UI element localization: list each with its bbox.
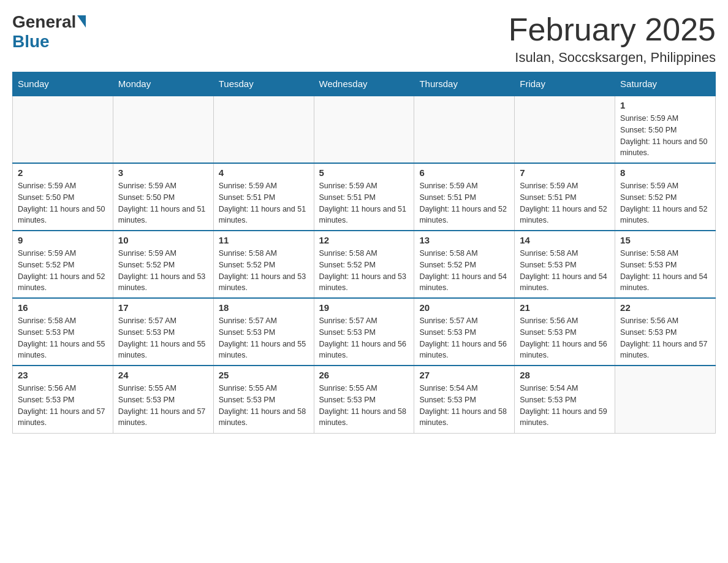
- calendar-header-monday: Monday: [113, 72, 213, 96]
- day-info: Sunrise: 5:58 AMSunset: 5:52 PMDaylight:…: [219, 248, 309, 294]
- calendar-cell: 22Sunrise: 5:56 AMSunset: 5:53 PMDayligh…: [615, 298, 716, 366]
- calendar-cell: 21Sunrise: 5:56 AMSunset: 5:53 PMDayligh…: [515, 298, 615, 366]
- day-info: Sunrise: 5:54 AMSunset: 5:53 PMDaylight:…: [419, 383, 509, 429]
- day-number: 13: [419, 235, 509, 245]
- calendar-cell: [515, 96, 615, 163]
- week-row-2: 2Sunrise: 5:59 AMSunset: 5:50 PMDaylight…: [13, 163, 716, 231]
- calendar-cell: 17Sunrise: 5:57 AMSunset: 5:53 PMDayligh…: [113, 298, 213, 366]
- calendar-cell: 3Sunrise: 5:59 AMSunset: 5:50 PMDaylight…: [113, 163, 213, 231]
- location-title: Isulan, Soccsksargen, Philippines: [509, 50, 716, 66]
- day-number: 15: [620, 235, 710, 245]
- day-info: Sunrise: 5:56 AMSunset: 5:53 PMDaylight:…: [520, 315, 610, 361]
- calendar-cell: 9Sunrise: 5:59 AMSunset: 5:52 PMDaylight…: [13, 231, 113, 298]
- day-number: 24: [118, 370, 208, 380]
- day-number: 23: [18, 370, 108, 380]
- calendar-cell: 14Sunrise: 5:58 AMSunset: 5:53 PMDayligh…: [515, 231, 615, 298]
- calendar-cell: 12Sunrise: 5:58 AMSunset: 5:52 PMDayligh…: [314, 231, 414, 298]
- day-number: 5: [319, 167, 409, 178]
- day-info: Sunrise: 5:58 AMSunset: 5:53 PMDaylight:…: [18, 315, 108, 361]
- day-number: 26: [319, 370, 409, 380]
- day-info: Sunrise: 5:59 AMSunset: 5:51 PMDaylight:…: [319, 180, 409, 226]
- logo: General Blue: [12, 12, 86, 52]
- calendar-cell: 16Sunrise: 5:58 AMSunset: 5:53 PMDayligh…: [13, 298, 113, 366]
- day-info: Sunrise: 5:58 AMSunset: 5:52 PMDaylight:…: [319, 248, 409, 294]
- day-info: Sunrise: 5:59 AMSunset: 5:50 PMDaylight:…: [18, 180, 108, 226]
- day-info: Sunrise: 5:58 AMSunset: 5:53 PMDaylight:…: [620, 248, 710, 294]
- month-title: February 2025: [509, 12, 716, 47]
- day-number: 14: [520, 235, 610, 245]
- calendar-cell: 5Sunrise: 5:59 AMSunset: 5:51 PMDaylight…: [314, 163, 414, 231]
- calendar-cell: 7Sunrise: 5:59 AMSunset: 5:51 PMDaylight…: [515, 163, 615, 231]
- day-number: 10: [118, 235, 208, 245]
- calendar-cell: [13, 96, 113, 163]
- day-number: 3: [118, 167, 208, 178]
- day-info: Sunrise: 5:54 AMSunset: 5:53 PMDaylight:…: [520, 383, 610, 429]
- day-number: 18: [219, 302, 309, 313]
- day-info: Sunrise: 5:58 AMSunset: 5:53 PMDaylight:…: [520, 248, 610, 294]
- day-number: 6: [419, 167, 509, 178]
- day-info: Sunrise: 5:59 AMSunset: 5:51 PMDaylight:…: [419, 180, 509, 226]
- calendar-cell: 26Sunrise: 5:55 AMSunset: 5:53 PMDayligh…: [314, 366, 414, 433]
- calendar-cell: 18Sunrise: 5:57 AMSunset: 5:53 PMDayligh…: [213, 298, 314, 366]
- day-info: Sunrise: 5:59 AMSunset: 5:50 PMDaylight:…: [118, 180, 208, 226]
- day-number: 17: [118, 302, 208, 313]
- day-info: Sunrise: 5:55 AMSunset: 5:53 PMDaylight:…: [219, 383, 309, 429]
- day-info: Sunrise: 5:56 AMSunset: 5:53 PMDaylight:…: [620, 315, 710, 361]
- day-info: Sunrise: 5:59 AMSunset: 5:51 PMDaylight:…: [520, 180, 610, 226]
- calendar-header-sunday: Sunday: [13, 72, 113, 96]
- calendar-cell: 8Sunrise: 5:59 AMSunset: 5:52 PMDaylight…: [615, 163, 716, 231]
- calendar-header-row: SundayMondayTuesdayWednesdayThursdayFrid…: [13, 72, 716, 96]
- calendar-cell: [414, 96, 515, 163]
- calendar-cell: 10Sunrise: 5:59 AMSunset: 5:52 PMDayligh…: [113, 231, 213, 298]
- calendar-cell: 19Sunrise: 5:57 AMSunset: 5:53 PMDayligh…: [314, 298, 414, 366]
- day-info: Sunrise: 5:59 AMSunset: 5:51 PMDaylight:…: [219, 180, 309, 226]
- calendar-cell: 27Sunrise: 5:54 AMSunset: 5:53 PMDayligh…: [414, 366, 515, 433]
- week-row-3: 9Sunrise: 5:59 AMSunset: 5:52 PMDaylight…: [13, 231, 716, 298]
- calendar-header-saturday: Saturday: [615, 72, 716, 96]
- day-number: 7: [520, 167, 610, 178]
- day-info: Sunrise: 5:55 AMSunset: 5:53 PMDaylight:…: [319, 383, 409, 429]
- week-row-5: 23Sunrise: 5:56 AMSunset: 5:53 PMDayligh…: [13, 366, 716, 433]
- calendar-cell: 20Sunrise: 5:57 AMSunset: 5:53 PMDayligh…: [414, 298, 515, 366]
- logo-blue-container: [76, 15, 86, 29]
- calendar-cell: [113, 96, 213, 163]
- day-info: Sunrise: 5:58 AMSunset: 5:52 PMDaylight:…: [419, 248, 509, 294]
- day-number: 9: [18, 235, 108, 245]
- calendar-cell: 24Sunrise: 5:55 AMSunset: 5:53 PMDayligh…: [113, 366, 213, 433]
- day-info: Sunrise: 5:56 AMSunset: 5:53 PMDaylight:…: [18, 383, 108, 429]
- day-info: Sunrise: 5:59 AMSunset: 5:50 PMDaylight:…: [620, 113, 710, 159]
- week-row-4: 16Sunrise: 5:58 AMSunset: 5:53 PMDayligh…: [13, 298, 716, 366]
- title-section: February 2025 Isulan, Soccsksargen, Phil…: [509, 12, 716, 66]
- calendar-cell: 1Sunrise: 5:59 AMSunset: 5:50 PMDaylight…: [615, 96, 716, 163]
- week-row-1: 1Sunrise: 5:59 AMSunset: 5:50 PMDaylight…: [13, 96, 716, 163]
- day-number: 2: [18, 167, 108, 178]
- day-number: 28: [520, 370, 610, 380]
- page-header: General Blue February 2025 Isulan, Soccs…: [12, 12, 716, 66]
- day-number: 27: [419, 370, 509, 380]
- calendar-cell: 25Sunrise: 5:55 AMSunset: 5:53 PMDayligh…: [213, 366, 314, 433]
- day-info: Sunrise: 5:55 AMSunset: 5:53 PMDaylight:…: [118, 383, 208, 429]
- calendar-cell: 15Sunrise: 5:58 AMSunset: 5:53 PMDayligh…: [615, 231, 716, 298]
- day-info: Sunrise: 5:57 AMSunset: 5:53 PMDaylight:…: [419, 315, 509, 361]
- calendar-cell: 28Sunrise: 5:54 AMSunset: 5:53 PMDayligh…: [515, 366, 615, 433]
- calendar-cell: [615, 366, 716, 433]
- day-number: 22: [620, 302, 710, 313]
- day-info: Sunrise: 5:59 AMSunset: 5:52 PMDaylight:…: [18, 248, 108, 294]
- calendar-cell: 2Sunrise: 5:59 AMSunset: 5:50 PMDaylight…: [13, 163, 113, 231]
- calendar-header-tuesday: Tuesday: [213, 72, 314, 96]
- logo-text: General: [12, 12, 86, 32]
- calendar-cell: [213, 96, 314, 163]
- day-info: Sunrise: 5:59 AMSunset: 5:52 PMDaylight:…: [118, 248, 208, 294]
- logo-general-text: General: [12, 12, 76, 32]
- calendar-cell: 4Sunrise: 5:59 AMSunset: 5:51 PMDaylight…: [213, 163, 314, 231]
- calendar-header-friday: Friday: [515, 72, 615, 96]
- day-number: 19: [319, 302, 409, 313]
- day-number: 25: [219, 370, 309, 380]
- day-number: 11: [219, 235, 309, 245]
- day-info: Sunrise: 5:57 AMSunset: 5:53 PMDaylight:…: [118, 315, 208, 361]
- day-number: 4: [219, 167, 309, 178]
- logo-blue-text: Blue: [12, 32, 50, 52]
- day-number: 1: [620, 100, 710, 110]
- logo-triangle-icon: [77, 15, 86, 28]
- calendar-header-thursday: Thursday: [414, 72, 515, 96]
